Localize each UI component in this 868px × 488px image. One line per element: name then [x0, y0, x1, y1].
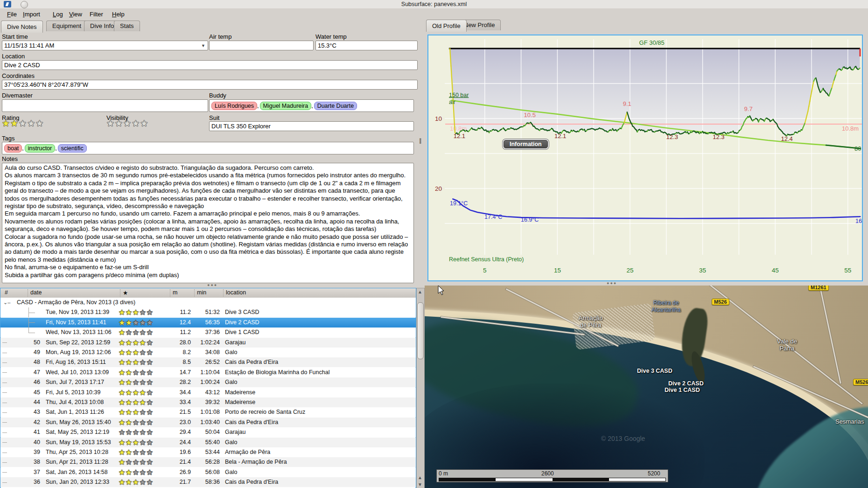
svg-text:55: 55 — [844, 267, 851, 274]
scroll-up-icon[interactable]: ▲ — [417, 289, 423, 295]
profile-tab-bar: Old ProfileNew Profile — [426, 20, 865, 31]
dive-rating-stars: ★★★★★ — [119, 318, 153, 328]
dive-list-row[interactable]: 46Sun, Jul 7, 2013 17:17★★★★★28.21:00:24… — [0, 377, 416, 387]
star-icon[interactable]: ★ — [132, 119, 140, 128]
dive-list-row[interactable]: Fri, Nov 15, 2013 11:41★★★★★12.456:35Div… — [0, 318, 416, 328]
svg-text:12.1: 12.1 — [554, 132, 566, 139]
dive-list-row[interactable]: 40Sun, May 19, 2013 15:53★★★★★24.455:40G… — [0, 438, 416, 447]
road-badge-m526-right: M526 — [853, 379, 868, 385]
column-header-num[interactable]: # — [2, 289, 8, 297]
dive-rating-stars: ★★★★★ — [119, 368, 153, 378]
star-icon[interactable]: ★ — [123, 119, 132, 128]
divemaster-input[interactable] — [2, 99, 208, 112]
tab-stats[interactable]: Stats — [114, 21, 140, 31]
chevron-down-icon[interactable]: ▼ — [200, 42, 207, 49]
menu-bar: FileImportLogViewFilterHelp — [0, 8, 868, 20]
dive-list-row[interactable]: 39Thu, Apr 25, 2013 10:28★★★★★19.653:44A… — [0, 447, 416, 457]
menu-item-file[interactable]: File — [5, 10, 19, 19]
coordinates-input[interactable]: 37°05'23.460"N 8°20'47.879"W — [2, 80, 418, 90]
buddy-input[interactable]: Luís Rodrigues,Miguel Madureira,Duarte D… — [209, 99, 414, 112]
dive-list-row[interactable]: 36Sun, Jan 20, 2013 12:33★★★★★21.758:36C… — [0, 477, 416, 487]
dive-site-map[interactable]: Armação de Pêra Ribeira de Alcantarilha … — [425, 286, 868, 488]
scroll-up-icon-2[interactable]: ▲ — [417, 474, 423, 481]
pill-separator: , — [311, 103, 313, 109]
dive-list-row[interactable]: Wed, Nov 13, 2013 11:06★★★★★11.237:36Div… — [0, 328, 416, 337]
dive-group-row[interactable]: ⌄–CASD - Armação de Pêra, Nov 2013 (3 di… — [0, 298, 416, 307]
tab-dive-notes[interactable]: Dive Notes — [1, 21, 43, 33]
tree-line — [28, 313, 35, 313]
location-input[interactable]: Dive 2 CASD — [2, 60, 418, 70]
dive-list-header: #date★mminlocation — [0, 288, 416, 298]
tree-line — [2, 432, 7, 433]
dive-list-row[interactable]: 47Wed, Jul 10, 2013 13:09★★★★★14.71:10:0… — [0, 368, 416, 377]
tags-input[interactable]: boat,instructor,scientific — [2, 142, 414, 154]
menu-item-help[interactable]: Help — [110, 10, 127, 19]
star-icon[interactable]: ★ — [19, 119, 27, 128]
column-header-m[interactable]: m — [170, 289, 177, 297]
expander-caret-icon[interactable]: ⌄– — [3, 298, 10, 307]
menu-item-view[interactable]: View — [67, 10, 84, 19]
scroll-down-icon[interactable]: ▼ — [417, 481, 423, 488]
column-header-min[interactable]: min — [194, 289, 206, 297]
dive-location: Galo — [225, 377, 237, 387]
star-icon[interactable]: ★ — [140, 119, 148, 128]
horizontal-splitter-right[interactable]: ●●● — [607, 281, 617, 286]
dive-date: Tue, Nov 19, 2013 11:39 — [46, 307, 109, 317]
dive-list-row[interactable]: 44Thu, Jul 4, 2013 10:08★★★★★33.439:32Ma… — [0, 397, 416, 407]
dive-list-row[interactable]: 43Sat, Jun 1, 2013 11:26★★★★★21.51:01:08… — [0, 407, 416, 417]
star-icon[interactable]: ★ — [106, 119, 115, 128]
dive-list-row[interactable]: Tue, Nov 19, 2013 11:39★★★★★11.251:32Div… — [0, 307, 416, 317]
information-button[interactable]: Information — [504, 140, 548, 148]
star-icon[interactable]: ★ — [2, 119, 10, 128]
vertical-splitter[interactable]: ●●● — [419, 138, 422, 144]
dive-date: Fri, Aug 16, 2013 15:11 — [46, 357, 106, 367]
dive-list-row[interactable]: 45Fri, Jul 5, 2013 10:39★★★★★34.443:12Ma… — [0, 388, 416, 397]
dive-list-row[interactable]: 50Sun, Sep 22, 2013 12:59★★★★★28.01:02:2… — [0, 338, 416, 348]
dive-number: 39 — [12, 447, 40, 457]
star-icon[interactable]: ★ — [27, 119, 35, 128]
dive-list-row[interactable]: 42Sun, May 26, 2013 15:40★★★★★23.01:03:4… — [0, 418, 416, 427]
visibility-stars[interactable]: ★★★★★ — [106, 118, 148, 129]
star-icon[interactable]: ★ — [10, 119, 19, 128]
mouse-cursor-icon — [438, 286, 445, 296]
tree-line — [28, 328, 29, 333]
start-time-value: 11/15/13 11:41 AM — [4, 42, 54, 49]
suit-label: Suit — [209, 114, 219, 121]
air-temp-input[interactable] — [209, 41, 314, 50]
rating-stars[interactable]: ★★★★★ — [2, 118, 44, 129]
suit-input[interactable]: DUI TLS 350 Explorer — [209, 121, 414, 131]
horizontal-splitter-left[interactable]: ●●● — [207, 283, 217, 287]
water-temp-input[interactable]: 15.3°C — [315, 41, 418, 50]
dive-list-row[interactable]: 38Sun, Apr 21, 2013 11:28★★★★★21.456:28B… — [0, 457, 416, 467]
column-header-stars[interactable]: ★ — [120, 289, 128, 297]
dive-date: Thu, Jul 4, 2013 10:08 — [46, 397, 104, 407]
menu-item-log[interactable]: Log — [50, 10, 65, 19]
dive-list-row[interactable]: 49Mon, Aug 19, 2013 12:06★★★★★8.234:08Ga… — [0, 348, 416, 357]
dive-rating-stars: ★★★★★ — [119, 427, 153, 438]
dive-rating-stars: ★★★★★ — [119, 377, 153, 388]
star-icon[interactable]: ★ — [115, 119, 123, 128]
notes-textarea[interactable]: Aula do curso CASD. Transectos c/video e… — [2, 163, 414, 283]
tab-equipment[interactable]: Equipment — [46, 21, 87, 31]
dive-list-row[interactable]: 41Sat, May 25, 2013 12:19★★★★★29.450:04G… — [0, 427, 416, 437]
dive-location: Cais da Pedra d'Eira — [225, 357, 278, 367]
star-icon[interactable]: ★ — [35, 119, 44, 128]
menu-item-filter[interactable]: Filter — [87, 10, 105, 19]
menu-item-import[interactable]: Import — [21, 10, 42, 19]
column-header-date[interactable]: date — [28, 289, 42, 297]
tab-old-profile[interactable]: Old Profile — [426, 20, 467, 32]
buddy-label: Buddy — [209, 92, 226, 99]
map-label-vale: Vale de Parra — [777, 338, 797, 352]
group-label: CASD - Armação de Pêra, Nov 2013 (3 dive… — [17, 298, 135, 307]
dive-date: Sun, May 26, 2013 15:40 — [46, 418, 111, 427]
dive-list-scrollbar[interactable]: ▲ ▲ ▼ — [416, 288, 425, 488]
scrollbar-thumb[interactable] — [417, 302, 424, 359]
dive-number: 38 — [12, 457, 40, 467]
dive-list-row[interactable]: 37Sat, Jan 26, 2013 14:58★★★★★26.956:08G… — [0, 467, 416, 477]
start-time-combobox[interactable]: 11/15/13 11:41 AM ▼ — [2, 41, 208, 50]
column-header-location[interactable]: location — [223, 289, 246, 297]
map-dive3-label: Dive 3 CASD — [637, 368, 672, 374]
svg-text:air: air — [449, 99, 455, 105]
dive-list-row[interactable]: 48Fri, Aug 16, 2013 15:11★★★★★8.526:52Ca… — [0, 357, 416, 367]
dive-location: Galo — [225, 467, 237, 477]
